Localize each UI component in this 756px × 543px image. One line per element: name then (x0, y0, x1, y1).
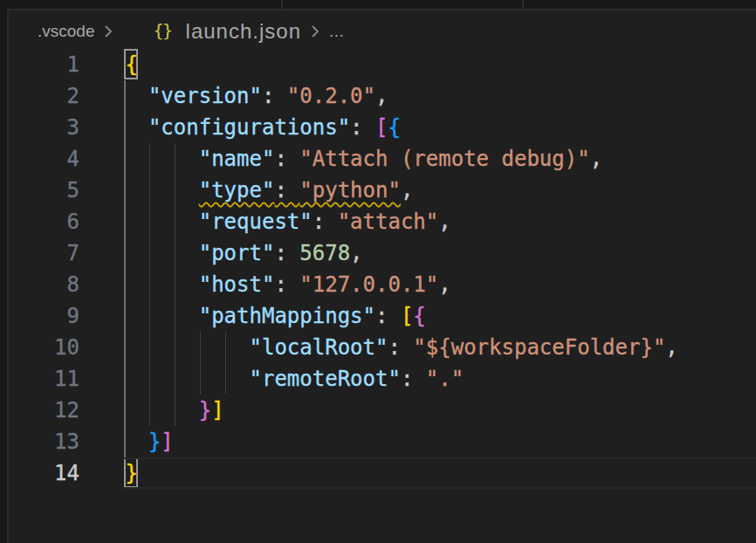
token: : (262, 84, 287, 108)
indent-guide (175, 395, 176, 426)
indent-guide (149, 269, 151, 300)
line-number: 12 (9, 395, 79, 426)
indent-guide (175, 237, 176, 269)
line-number: 7 (9, 237, 79, 269)
token: : (375, 304, 401, 328)
line-number: 4 (9, 143, 79, 175)
token: : (274, 272, 299, 297)
token: "localRoot" (250, 335, 388, 360)
indent-guide (149, 143, 151, 175)
breadcrumb-chevron-icon (102, 24, 114, 39)
token: 5678 (299, 241, 350, 265)
token: : (274, 241, 299, 265)
tab-separator (522, 0, 524, 9)
code-line-5[interactable]: 5 "type": "python", (9, 175, 756, 206)
token: , (438, 210, 450, 234)
code-line-13[interactable]: 13 }] (9, 426, 756, 457)
code-line-text: "localRoot": "${workspaceFolder}", (123, 332, 756, 363)
token: "Attach (remote debug)" (299, 147, 589, 171)
code-line-8[interactable]: 8 "host": "127.0.0.1", (9, 269, 756, 300)
token: "attach" (338, 210, 439, 234)
code-line-text: "host": "127.0.0.1", (123, 269, 756, 300)
token: ] (211, 398, 223, 423)
line-number: 3 (9, 112, 79, 143)
token: "pathMappings" (199, 304, 375, 328)
indent-guide (175, 175, 176, 206)
code-line-text: }] (123, 426, 756, 457)
code-line-1[interactable]: 1{ (9, 49, 756, 80)
bracket-match: { (123, 49, 135, 80)
indent-guide (124, 80, 126, 112)
code-line-10[interactable]: 10 "localRoot": "${workspaceFolder}", (9, 332, 756, 363)
indent-guide (175, 269, 176, 300)
breadcrumb-chevron-icon (309, 24, 321, 39)
indent-guide (200, 363, 202, 395)
indent-guide (149, 332, 151, 363)
indent-guide (175, 206, 176, 237)
code-line-6[interactable]: 6 "request": "attach", (9, 206, 756, 237)
indent-guide (124, 112, 126, 143)
token: "127.0.0.1" (299, 272, 438, 297)
breadcrumb-symbol[interactable]: ... (329, 22, 344, 41)
indent-guide (149, 237, 151, 269)
token: "." (426, 367, 464, 391)
tab-bar-bottom-strip (0, 0, 756, 9)
indent-guide (124, 237, 126, 269)
indent-guide (124, 426, 126, 457)
line-number: 11 (9, 363, 79, 395)
code-line-text: "type": "python", (123, 175, 756, 206)
indent-guide (124, 206, 126, 237)
token: "0.2.0" (287, 84, 375, 108)
indent-guide (175, 363, 176, 395)
json-file-icon: {} (153, 20, 171, 41)
token: "type" (199, 178, 275, 203)
code-line-4[interactable]: 4 "name": "Attach (remote debug)", (9, 143, 756, 175)
code-line-3[interactable]: 3 "configurations": [{ (9, 112, 756, 143)
code-line-11[interactable]: 11 "remoteRoot": "." (9, 363, 756, 395)
token: : (401, 367, 426, 391)
indent-guide (175, 143, 176, 175)
line-number: 9 (9, 300, 79, 332)
breadcrumb[interactable]: .vscode{}launch.json... (9, 10, 756, 49)
code-line-7[interactable]: 7 "port": 5678, (9, 237, 756, 269)
token: "host" (199, 272, 275, 297)
code-line-14[interactable]: 14} (9, 457, 756, 489)
line-number: 6 (9, 206, 79, 237)
token: { (413, 304, 425, 328)
code-area[interactable]: 1{2 "version": "0.2.0",3 "configurations… (9, 49, 756, 489)
line-number: 8 (9, 269, 79, 300)
token: : (313, 210, 338, 234)
breadcrumb-file[interactable]: launch.json (186, 19, 301, 44)
code-line-text: "configurations": [{ (123, 112, 756, 143)
token: , (401, 178, 413, 203)
token: , (375, 84, 388, 108)
token: : (274, 178, 299, 203)
code-line-9[interactable]: 9 "pathMappings": [{ (9, 300, 756, 332)
editor-panel: .vscode{}launch.json... 1{2 "version": "… (7, 9, 756, 543)
warning-squiggle: "type": "python" (199, 178, 401, 203)
token: "remoteRoot" (250, 367, 401, 391)
indent-guide (124, 332, 126, 363)
indent-guide (175, 300, 176, 332)
token: , (590, 147, 602, 171)
token: : (274, 147, 299, 171)
indent-guide (225, 332, 227, 363)
breadcrumb-folder[interactable]: .vscode (38, 22, 94, 41)
token: } (148, 430, 161, 454)
indent-guide (124, 395, 126, 426)
code-line-12[interactable]: 12 }] (9, 395, 756, 426)
token: "version" (148, 84, 262, 108)
code-line-text: "version": "0.2.0", (123, 80, 756, 112)
token: "name" (199, 147, 275, 171)
indent-guide (200, 332, 202, 363)
code-line-2[interactable]: 2 "version": "0.2.0", (9, 80, 756, 112)
code-line-text: "name": "Attach (remote debug)", (123, 143, 756, 175)
indent-guide (149, 395, 151, 426)
line-number: 2 (9, 80, 79, 112)
token: ] (161, 430, 173, 454)
token: : (350, 115, 375, 140)
token: } (199, 398, 211, 423)
line-number: 5 (9, 175, 79, 206)
indent-guide (124, 269, 126, 300)
token: "request" (199, 210, 313, 234)
